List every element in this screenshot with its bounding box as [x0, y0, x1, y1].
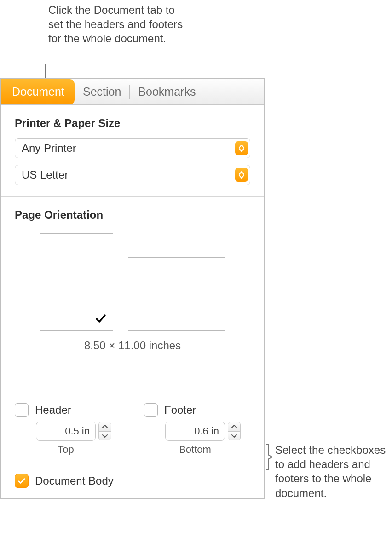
- printer-paper-section: Printer & Paper Size Any Printer US Lett…: [1, 105, 264, 197]
- printer-paper-title: Printer & Paper Size: [15, 117, 250, 130]
- header-footer-section: Header Top Footer: [1, 390, 264, 474]
- header-stepper[interactable]: [98, 422, 111, 440]
- popup-arrows-icon: [235, 141, 248, 155]
- document-body-row: Document Body: [1, 474, 264, 498]
- printer-popup[interactable]: Any Printer: [15, 138, 250, 158]
- header-margin-input[interactable]: [36, 422, 96, 441]
- orientation-section: Page Orientation 8.50 × 11.00 inches: [1, 197, 264, 390]
- header-checkbox[interactable]: [15, 403, 29, 417]
- tab-section[interactable]: Section: [75, 79, 129, 104]
- orientation-landscape[interactable]: [128, 257, 225, 331]
- chevron-up-icon: [99, 422, 111, 432]
- document-body-label: Document Body: [35, 474, 114, 487]
- bottom-sublabel: Bottom: [165, 444, 225, 456]
- callout-checkboxes: Select the checkboxes to add headers and…: [275, 443, 390, 500]
- footer-stepper[interactable]: [228, 422, 241, 440]
- check-icon: [95, 313, 106, 327]
- footer-label: Footer: [164, 404, 196, 416]
- paper-size-value: US Letter: [22, 168, 68, 181]
- chevron-down-icon: [99, 432, 111, 440]
- callout-document-tab: Click the Document tab to set the header…: [48, 3, 191, 46]
- chevron-up-icon: [228, 422, 240, 432]
- orientation-portrait[interactable]: [40, 233, 113, 331]
- footer-margin-input[interactable]: [165, 422, 225, 441]
- printer-value: Any Printer: [22, 142, 76, 155]
- chevron-down-icon: [228, 432, 240, 440]
- orientation-title: Page Orientation: [15, 208, 250, 221]
- sidebar-tabs: Document Section Bookmarks: [1, 79, 264, 105]
- footer-checkbox[interactable]: [144, 403, 158, 417]
- callout-line: [45, 64, 46, 79]
- top-sublabel: Top: [36, 444, 96, 456]
- header-label: Header: [35, 404, 71, 416]
- page-dimensions-label: 8.50 × 11.00 inches: [15, 339, 250, 352]
- tab-document[interactable]: Document: [1, 79, 75, 104]
- tab-bookmarks[interactable]: Bookmarks: [130, 79, 204, 104]
- document-sidebar-panel: Document Section Bookmarks Printer & Pap…: [0, 78, 265, 499]
- popup-arrows-icon: [235, 168, 248, 182]
- callout-bracket: [265, 444, 273, 470]
- document-body-checkbox[interactable]: [15, 474, 29, 488]
- paper-size-popup[interactable]: US Letter: [15, 165, 250, 185]
